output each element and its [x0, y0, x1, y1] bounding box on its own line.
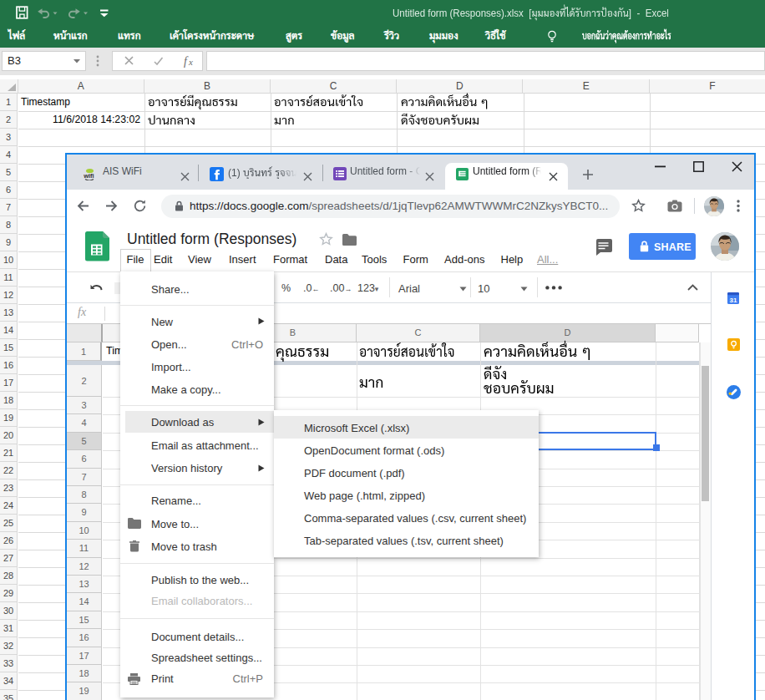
svg-text:x: x	[188, 57, 193, 67]
svg-text:wifi: wifi	[84, 172, 94, 180]
svg-text:31: 31	[730, 297, 737, 304]
